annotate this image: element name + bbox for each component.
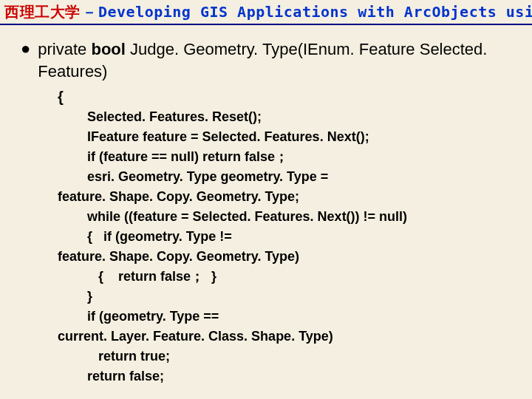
method-signature: private bool Judge. Geometry. Type(IEnum…	[38, 38, 517, 83]
code-line: current. Layer. Feature. Class. Shape. T…	[58, 327, 517, 347]
header-title: 西理工大学－Developing GIS Applications with A…	[4, 2, 532, 22]
code-line: feature. Shape. Copy. Geometry. Type)	[58, 247, 517, 267]
code-line: if (geometry. Type ==	[58, 307, 517, 327]
slide-header: 西理工大学－Developing GIS Applications with A…	[0, 0, 532, 25]
code-line: return false;	[58, 366, 517, 386]
code-line: Selected. Features. Reset();	[58, 107, 517, 127]
code-line: IFeature feature = Selected. Features. N…	[58, 127, 517, 147]
code-block: { Selected. Features. Reset(); IFeature …	[58, 87, 517, 386]
code-line: }	[58, 287, 517, 307]
course-title: Developing GIS Applications with ArcObje…	[98, 3, 532, 21]
code-line: if (feature == null) return false；	[58, 147, 517, 167]
code-line: while ((feature = Selected. Features. Ne…	[58, 207, 517, 227]
header-separator: －	[82, 3, 98, 21]
bullet-icon: ●	[21, 38, 30, 59]
code-line: { if (geometry. Type !=	[58, 227, 517, 247]
code-line: esri. Geometry. Type geometry. Type =	[58, 167, 517, 187]
code-line: feature. Shape. Copy. Geometry. Type;	[58, 187, 517, 207]
method-signature-line: ● private bool Judge. Geometry. Type(IEn…	[21, 38, 517, 83]
slide-content: ● private bool Judge. Geometry. Type(IEn…	[0, 25, 532, 394]
code-line: { return false； }	[58, 267, 517, 287]
code-line: return true;	[58, 347, 517, 366]
code-line: {	[58, 87, 517, 107]
university-name: 西理工大学	[4, 3, 81, 21]
